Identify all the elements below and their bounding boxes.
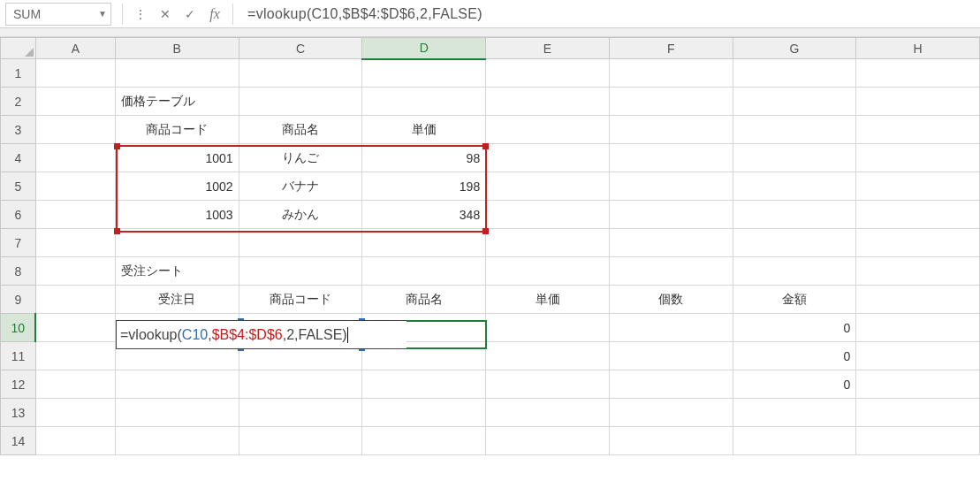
cell-c8[interactable] [239, 257, 362, 286]
cell-b8[interactable]: 受注シート [115, 257, 239, 286]
cell-g2[interactable] [733, 88, 856, 116]
cell-g11[interactable]: 0 [733, 342, 856, 370]
cell-g12[interactable]: 0 [733, 370, 856, 399]
cell-c2[interactable] [239, 88, 362, 116]
cell-h4[interactable] [856, 144, 980, 172]
cell-c1[interactable] [239, 59, 362, 88]
cell-a14[interactable] [35, 427, 115, 455]
cell-a6[interactable] [35, 201, 115, 229]
row-header-6[interactable]: 6 [1, 201, 36, 229]
cell-c9[interactable]: 商品コード [239, 286, 362, 314]
row-header-2[interactable]: 2 [1, 88, 36, 116]
cell-d7[interactable] [362, 229, 486, 257]
name-box[interactable]: SUM ▼ [5, 3, 111, 26]
cell-h8[interactable] [856, 257, 980, 286]
cell-a3[interactable] [35, 116, 115, 144]
cell-g6[interactable] [733, 201, 856, 229]
cell-a1[interactable] [35, 59, 115, 88]
cell-edit-overlay[interactable]: =vlookup(C10,$B$4:$D$6,2,FALSE) [116, 320, 406, 349]
cell-d6[interactable]: 348 [362, 201, 486, 229]
cell-a2[interactable] [35, 88, 115, 116]
cell-e4[interactable] [486, 144, 610, 172]
cell-c7[interactable] [239, 229, 362, 257]
cell-a5[interactable] [35, 172, 115, 201]
cell-f2[interactable] [609, 88, 733, 116]
row-header-13[interactable]: 13 [1, 399, 36, 427]
cell-g10[interactable]: 0 [733, 314, 856, 342]
cell-d9[interactable]: 商品名 [362, 286, 486, 314]
cell-e6[interactable] [486, 201, 610, 229]
row-header-14[interactable]: 14 [1, 427, 36, 455]
cell-g3[interactable] [733, 116, 856, 144]
cell-f5[interactable] [609, 172, 733, 201]
cell-d2[interactable] [362, 88, 486, 116]
cell-g14[interactable] [733, 427, 856, 455]
cell-e8[interactable] [486, 257, 610, 286]
cell-a7[interactable] [35, 229, 115, 257]
row-header-3[interactable]: 3 [1, 116, 36, 144]
cell-c14[interactable] [239, 427, 362, 455]
cell-h2[interactable] [856, 88, 980, 116]
cell-b1[interactable] [115, 59, 239, 88]
cell-h11[interactable] [856, 342, 980, 370]
cell-c3[interactable]: 商品名 [239, 116, 362, 144]
cell-g9[interactable]: 金額 [733, 286, 856, 314]
cell-b3[interactable]: 商品コード [115, 116, 239, 144]
row-header-4[interactable]: 4 [1, 144, 36, 172]
column-header-e[interactable]: E [486, 38, 610, 59]
cell-f4[interactable] [609, 144, 733, 172]
cell-b12[interactable] [115, 370, 239, 399]
cell-g4[interactable] [733, 144, 856, 172]
row-header-12[interactable]: 12 [1, 370, 36, 399]
cell-e2[interactable] [486, 88, 610, 116]
cell-e7[interactable] [486, 229, 610, 257]
cell-f7[interactable] [609, 229, 733, 257]
enter-formula-button[interactable]: ✓ [178, 2, 202, 27]
row-header-1[interactable]: 1 [1, 59, 36, 88]
cell-d14[interactable] [362, 427, 486, 455]
cell-d3[interactable]: 単価 [362, 116, 486, 144]
cell-g5[interactable] [733, 172, 856, 201]
cell-d1[interactable] [362, 59, 486, 88]
cell-e5[interactable] [486, 172, 610, 201]
row-header-9[interactable]: 9 [1, 286, 36, 314]
cell-f13[interactable] [609, 399, 733, 427]
cell-f8[interactable] [609, 257, 733, 286]
cell-d8[interactable] [362, 257, 486, 286]
cell-c12[interactable] [239, 370, 362, 399]
cell-d12[interactable] [362, 370, 486, 399]
cell-e12[interactable] [486, 370, 610, 399]
cell-h5[interactable] [856, 172, 980, 201]
cell-c4[interactable]: りんご [239, 144, 362, 172]
cell-h14[interactable] [856, 427, 980, 455]
cell-b4[interactable]: 1001 [115, 144, 239, 172]
select-all-corner[interactable] [1, 38, 36, 59]
cell-e14[interactable] [486, 427, 610, 455]
spreadsheet-grid[interactable]: A B C D E F G H 1 2 価格テーブル 3 商品コード 商品名 単… [0, 37, 980, 455]
formula-input[interactable]: =vlookup(C10,$B$4:$D$6,2,FALSE) [239, 6, 980, 22]
cell-g8[interactable] [733, 257, 856, 286]
cell-b5[interactable]: 1002 [115, 172, 239, 201]
column-header-g[interactable]: G [733, 38, 856, 59]
cell-g1[interactable] [733, 59, 856, 88]
cell-f12[interactable] [609, 370, 733, 399]
cell-f3[interactable] [609, 116, 733, 144]
cell-a12[interactable] [35, 370, 115, 399]
cell-h13[interactable] [856, 399, 980, 427]
cell-c5[interactable]: バナナ [239, 172, 362, 201]
row-header-10[interactable]: 10 [1, 314, 36, 342]
cell-a9[interactable] [35, 286, 115, 314]
cell-a8[interactable] [35, 257, 115, 286]
cell-d4[interactable]: 98 [362, 144, 486, 172]
row-header-7[interactable]: 7 [1, 229, 36, 257]
cell-h12[interactable] [856, 370, 980, 399]
column-header-c[interactable]: C [239, 38, 362, 59]
cell-f9[interactable]: 個数 [609, 286, 733, 314]
column-header-b[interactable]: B [115, 38, 239, 59]
cell-a13[interactable] [35, 399, 115, 427]
cell-h9[interactable] [856, 286, 980, 314]
cell-d13[interactable] [362, 399, 486, 427]
cell-a10[interactable] [35, 314, 115, 342]
cell-a4[interactable] [35, 144, 115, 172]
cell-c6[interactable]: みかん [239, 201, 362, 229]
